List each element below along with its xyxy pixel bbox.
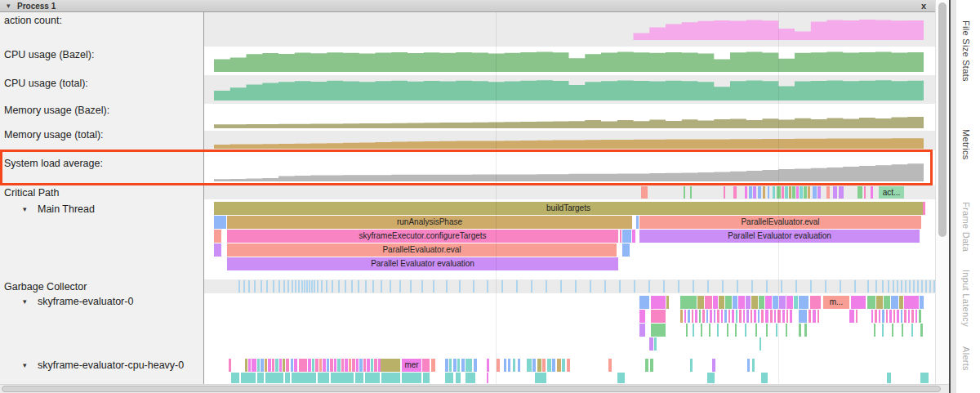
gc-event-tick[interactable] [875,280,877,293]
trace-slice[interactable] [732,310,734,323]
trace-slice[interactable] [867,296,875,309]
trace-slice[interactable] [299,359,307,372]
trace-slice[interactable] [695,310,697,323]
gc-event-tick[interactable] [433,280,434,293]
collapse-arrow-icon[interactable]: ▾ [7,1,11,11]
trace-slice[interactable] [508,359,510,372]
trace-slice[interactable] [608,359,612,372]
trace-slice[interactable] [355,373,363,383]
trace-slice[interactable] [786,324,787,337]
trace-slice[interactable] [849,310,854,323]
trace-slice[interactable] [897,310,899,323]
trace-slice[interactable] [886,310,888,323]
trace-slice[interactable] [257,373,264,383]
trace-slice[interactable] [735,324,737,337]
trace-slice[interactable] [283,359,285,372]
trace-slice[interactable] [445,373,453,383]
trace-slice[interactable] [319,359,322,372]
gc-event-tick[interactable] [306,280,308,293]
counter-track-sys-load[interactable] [204,150,935,185]
slice-track-garbage-collector[interactable] [204,279,935,293]
trace-slice[interactable] [291,359,293,372]
gc-event-tick[interactable] [590,280,591,293]
gc-event-tick[interactable] [459,280,461,293]
trace-slice[interactable] [810,296,821,309]
trace-slice[interactable] [808,310,811,323]
trace-slice[interactable] [308,359,311,372]
gc-event-tick[interactable] [351,280,353,293]
trace-slice[interactable] [622,243,630,257]
gc-event-tick[interactable] [648,280,650,293]
gc-event-tick[interactable] [825,280,826,293]
trace-slice[interactable] [567,359,570,372]
gc-event-tick[interactable] [751,280,753,293]
trace-slice[interactable] [758,186,761,199]
trace-slice[interactable] [365,373,380,383]
trace-slice[interactable] [680,296,697,309]
gc-event-tick[interactable] [810,280,812,293]
trace-slice[interactable] [754,310,756,323]
trace-slice[interactable] [779,296,786,309]
trace-slice[interactable] [697,296,704,309]
trace-slice[interactable] [766,324,768,337]
trace-slice[interactable] [755,324,757,337]
counter-track-cpu-total[interactable] [204,75,935,104]
trace-slice[interactable] [337,359,341,372]
trace-slice[interactable] [686,324,688,337]
gc-event-tick[interactable] [399,280,401,293]
gc-event-tick[interactable] [278,280,280,293]
trace-slice[interactable] [241,373,256,383]
trace-slice[interactable] [705,296,712,309]
trace-slice[interactable] [782,186,784,199]
gc-event-tick[interactable] [501,280,503,293]
trace-slice[interactable] [875,310,877,323]
trace-slice[interactable] [645,359,648,372]
trace-slice[interactable] [268,359,271,372]
trace-slice[interactable] [527,359,532,372]
gc-event-tick[interactable] [292,280,293,293]
gc-event-tick[interactable] [707,280,709,293]
gc-event-tick[interactable] [243,280,245,293]
trace-slice[interactable] [688,310,690,323]
gc-event-tick[interactable] [722,280,724,293]
trace-slice[interactable] [334,359,336,372]
trace-slice[interactable] [751,296,758,309]
trace-slice[interactable] [911,310,914,323]
trace-slice[interactable] [727,324,728,337]
trace-slice[interactable] [557,359,561,372]
trace-slice[interactable] [214,243,221,257]
trace-slice[interactable] [466,373,475,383]
gc-event-tick[interactable] [326,280,327,293]
trace-slice[interactable] [712,359,715,372]
gc-event-tick[interactable] [248,280,250,293]
trace-slice[interactable] [666,296,669,309]
counter-track-mem-total[interactable] [204,131,935,150]
trace-slice[interactable] [537,359,541,372]
trace-slice[interactable] [919,310,921,323]
gc-event-tick[interactable] [311,280,313,293]
gc-event-tick[interactable] [304,280,305,293]
trace-slice[interactable] [699,310,701,323]
trace-slice[interactable] [535,373,546,383]
trace-slice[interactable] [789,186,791,199]
gc-event-tick[interactable] [298,280,300,293]
trace-slice[interactable] [461,359,465,372]
trace-slice[interactable] [292,373,316,383]
trace-slice[interactable] [693,324,694,337]
trace-slice[interactable] [265,359,267,372]
trace-slice[interactable] [891,296,898,309]
trace-slice[interactable] [445,359,448,372]
trace-slice[interactable] [261,359,264,372]
gc-event-tick[interactable] [287,280,289,293]
trace-slice-labeled[interactable]: buildTargets [214,202,923,215]
trace-slice[interactable] [911,324,913,337]
gc-event-tick[interactable] [925,280,927,293]
trace-slice[interactable] [706,310,708,323]
trace-slice[interactable] [892,324,893,337]
trace-slice-labeled[interactable]: Parallel Evaluator evaluation [227,257,618,270]
gc-event-tick[interactable] [301,280,303,293]
trace-slice[interactable] [751,310,752,323]
trace-slice[interactable] [402,373,421,383]
gc-event-tick[interactable] [604,280,606,293]
trace-slice[interactable] [363,359,366,372]
